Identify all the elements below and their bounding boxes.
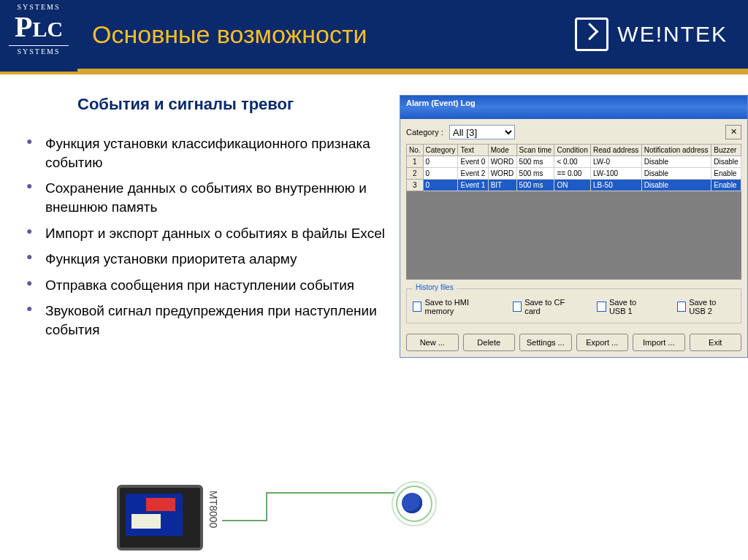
category-label: Category : [406,128,443,137]
import-button[interactable]: Import ... [633,334,685,351]
weintek-logo: WE!NTEK [575,18,728,51]
plc-logo: SYSTEMS PLC SYSTEMS [0,0,77,72]
exit-button[interactable]: Exit [690,334,742,351]
table-row[interactable]: 10Event 0WORD500 ms< 0.00LW-0DisableDisa… [407,156,741,168]
check-usb1[interactable]: Save to USB 1 [597,298,654,315]
settings-button[interactable]: Settings ... [519,334,572,351]
close-icon[interactable]: ✕ [725,125,741,139]
list-empty-area [406,191,741,280]
list-item: Функция установки классификационного при… [26,134,395,172]
page-title: Основные возможности [92,20,575,49]
dialog-title: Alarm (Event) Log [400,96,747,119]
list-item: Импорт и экспорт данных о событиях в фай… [26,224,395,243]
bullet-list: Функция установки классификационного при… [26,134,395,340]
new-button[interactable]: New ... [406,334,459,351]
weintek-icon [575,18,608,51]
alarm-log-dialog: Alarm (Event) Log Category : All [3] ✕ N… [400,95,748,358]
delete-button[interactable]: Delete [463,334,516,351]
export-button[interactable]: Export ... [576,334,629,351]
check-cf[interactable]: Save to CF card [513,298,576,315]
history-files-group: History files Save to HMI memory Save to… [406,288,741,323]
subtitle: События и сигналы тревог [77,95,395,114]
table-row[interactable]: 20Event 2WORD500 ms== 0.00LW-100DisableE… [407,168,741,180]
list-item: Отправка сообщения при наступлении событ… [26,276,395,295]
hmi-speaker-diagram: MT8000 [117,483,434,553]
category-select[interactable]: All [3] [449,125,515,139]
check-hmi[interactable]: Save to HMI memory [413,298,491,315]
hmi-icon [117,485,203,551]
list-item: Функция установки приоритета аларму [26,250,395,269]
list-item: Сохранение данных о событиях во внутренн… [26,179,395,216]
gold-divider [0,69,748,74]
check-usb2[interactable]: Save to USB 2 [677,298,735,315]
speaker-icon [397,483,434,519]
alarm-table: No.CategoryTextModeScan timeConditionRea… [406,144,741,191]
device-label: MT8000 [207,491,219,528]
table-row[interactable]: 30Event 1BIT500 msONLB-50DisableEnable [407,180,741,191]
header: SYSTEMS PLC SYSTEMS Основные возможности… [0,0,748,69]
list-item: Звуковой сигнал предупреждения при насту… [26,302,395,339]
wire-icon [222,492,397,521]
